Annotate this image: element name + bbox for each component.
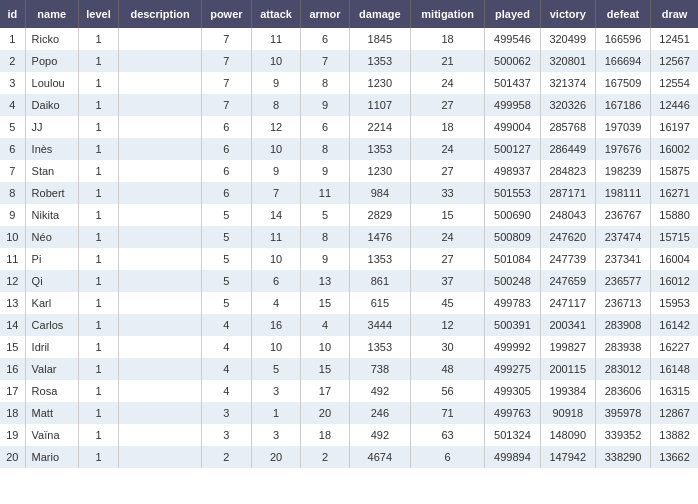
table-cell: 24 <box>410 72 484 94</box>
table-cell: 501437 <box>485 72 540 94</box>
table-cell: 11 <box>0 248 25 270</box>
table-cell: 320326 <box>540 94 595 116</box>
table-cell: 21 <box>410 50 484 72</box>
table-cell <box>119 94 202 116</box>
table-cell: 27 <box>410 160 484 182</box>
table-cell: 501084 <box>485 248 540 270</box>
table-row: 20Mario122024674649989414794233829013662 <box>0 446 698 468</box>
table-cell: 1230 <box>349 72 410 94</box>
table-cell: Ricko <box>25 28 78 50</box>
table-row: 12Qi156138613750024824765923657716012 <box>0 270 698 292</box>
table-cell: 1 <box>78 292 118 314</box>
table-row: 14Carlos14164344412500391200341283908161… <box>0 314 698 336</box>
table-cell: 492 <box>349 380 410 402</box>
table-cell: 500127 <box>485 138 540 160</box>
table-cell: 9 <box>0 204 25 226</box>
table-cell: Karl <box>25 292 78 314</box>
table-cell: 4 <box>201 314 251 336</box>
table-cell <box>119 424 202 446</box>
table-cell: 3 <box>251 424 300 446</box>
table-cell: 4674 <box>349 446 410 468</box>
table-row: 7Stan169912302749893728482319823915875 <box>0 160 698 182</box>
table-cell: Matt <box>25 402 78 424</box>
table-cell <box>119 358 202 380</box>
table-cell: 1 <box>78 204 118 226</box>
table-cell <box>119 226 202 248</box>
table-cell: 12 <box>0 270 25 292</box>
table-cell: 1 <box>78 160 118 182</box>
table-cell: 4 <box>251 292 300 314</box>
table-row: 13Karl154156154549978324711723671315953 <box>0 292 698 314</box>
table-cell: 1 <box>0 28 25 50</box>
table-row: 4Daiko178911072749995832032616718612446 <box>0 94 698 116</box>
table-row: 8Robert167119843350155328717119811116271 <box>0 182 698 204</box>
table-cell: 1353 <box>349 138 410 160</box>
table-cell: 1 <box>78 402 118 424</box>
column-header-power: power <box>201 0 251 28</box>
table-cell: 2214 <box>349 116 410 138</box>
table-cell <box>119 50 202 72</box>
table-cell: 4 <box>301 314 350 336</box>
table-cell: 14 <box>251 204 300 226</box>
table-cell: 7 <box>0 160 25 182</box>
table-cell: 339352 <box>595 424 650 446</box>
table-cell: 2829 <box>349 204 410 226</box>
table-cell: 16271 <box>651 182 698 204</box>
table-cell: 56 <box>410 380 484 402</box>
table-cell: 12567 <box>651 50 698 72</box>
table-cell: 1 <box>78 50 118 72</box>
table-cell: 166596 <box>595 28 650 50</box>
table-cell: 16 <box>251 314 300 336</box>
table-cell: 9 <box>301 248 350 270</box>
table-cell: 10 <box>251 336 300 358</box>
table-cell: 19 <box>0 424 25 446</box>
table-cell: 12867 <box>651 402 698 424</box>
table-cell: 10 <box>251 248 300 270</box>
table-cell: 12446 <box>651 94 698 116</box>
table-cell: 1 <box>78 336 118 358</box>
table-cell: 1 <box>78 94 118 116</box>
table-cell: 1 <box>78 424 118 446</box>
table-cell: 197676 <box>595 138 650 160</box>
table-cell: 246 <box>349 402 410 424</box>
table-cell: 15953 <box>651 292 698 314</box>
table-cell: 4 <box>201 380 251 402</box>
table-cell: 236767 <box>595 204 650 226</box>
table-cell: 6 <box>410 446 484 468</box>
table-cell: 320499 <box>540 28 595 50</box>
table-cell: Robert <box>25 182 78 204</box>
table-cell: 2 <box>0 50 25 72</box>
table-cell: 5 <box>201 292 251 314</box>
table-cell: 7 <box>201 94 251 116</box>
table-cell: 3 <box>201 424 251 446</box>
table-cell: 200341 <box>540 314 595 336</box>
table-cell: Nikita <box>25 204 78 226</box>
column-header-description: description <box>119 0 202 28</box>
table-cell: 16012 <box>651 270 698 292</box>
table-cell: 5 <box>251 358 300 380</box>
table-cell: 10 <box>251 138 300 160</box>
table-cell: 13 <box>0 292 25 314</box>
table-cell: 18 <box>410 28 484 50</box>
table-cell: 8 <box>301 226 350 248</box>
table-cell: Vaïna <box>25 424 78 446</box>
table-cell: 237341 <box>595 248 650 270</box>
table-cell: 861 <box>349 270 410 292</box>
table-cell: 499958 <box>485 94 540 116</box>
table-cell: 3 <box>0 72 25 94</box>
table-cell: 90918 <box>540 402 595 424</box>
table-cell: 199827 <box>540 336 595 358</box>
table-cell: 4 <box>201 336 251 358</box>
table-cell: Mario <box>25 446 78 468</box>
table-cell: 501324 <box>485 424 540 446</box>
table-cell: 395978 <box>595 402 650 424</box>
table-cell: 500248 <box>485 270 540 292</box>
table-cell: 499004 <box>485 116 540 138</box>
table-cell: 287171 <box>540 182 595 204</box>
table-cell: 500809 <box>485 226 540 248</box>
table-cell: Pi <box>25 248 78 270</box>
table-cell: 1 <box>78 182 118 204</box>
table-cell <box>119 160 202 182</box>
table-cell: 283012 <box>595 358 650 380</box>
table-cell: 1 <box>78 116 118 138</box>
